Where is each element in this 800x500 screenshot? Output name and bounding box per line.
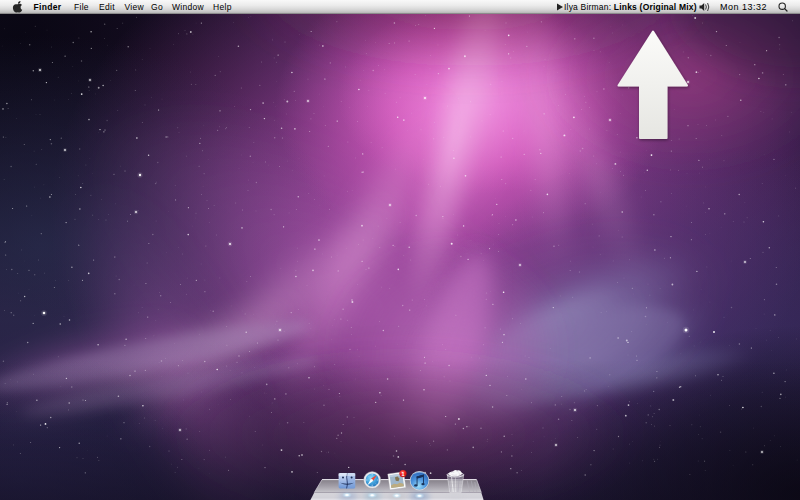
svg-text:1: 1: [402, 471, 405, 477]
